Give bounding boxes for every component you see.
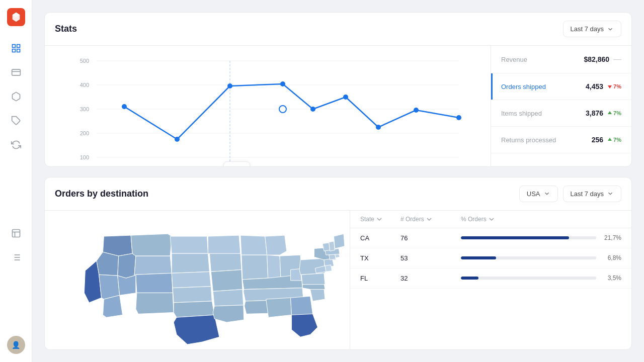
usa-map xyxy=(45,211,350,350)
stats-period-dropdown[interactable]: Last 7 days xyxy=(563,21,622,37)
metric-items-shipped[interactable]: Items shipped 3,876 7% xyxy=(491,100,631,127)
orders-card: Orders by destination USA Last 7 days xyxy=(44,177,632,350)
svg-point-42 xyxy=(343,95,348,100)
svg-marker-95 xyxy=(323,243,330,251)
metric-revenue-value: $82,860 xyxy=(584,55,609,63)
orders-header: Orders by destination USA Last 7 days xyxy=(45,177,631,210)
main-content: Stats Last 7 days 500 xyxy=(32,0,644,362)
svg-marker-67 xyxy=(208,235,240,255)
col-state-header: State xyxy=(360,216,400,223)
table-row: TX 53 6,8% xyxy=(350,248,631,268)
metric-returns-value: 256 xyxy=(592,136,603,144)
svg-point-41 xyxy=(310,107,315,112)
svg-marker-69 xyxy=(211,269,243,291)
svg-rect-3 xyxy=(17,49,20,52)
pct-label-fl: 3,5% xyxy=(601,275,621,282)
svg-marker-55 xyxy=(118,253,136,278)
svg-rect-7 xyxy=(12,230,20,237)
state-label: State xyxy=(360,216,374,223)
avatar[interactable]: 👤 xyxy=(7,336,25,354)
col-orders-header: # Orders xyxy=(400,216,461,223)
svg-marker-66 xyxy=(174,315,219,344)
svg-marker-58 xyxy=(136,273,173,293)
svg-marker-72 xyxy=(240,235,267,255)
pct-label-ca: 21,7% xyxy=(601,234,621,241)
svg-point-46 xyxy=(279,106,286,113)
sidebar-item-layout[interactable] xyxy=(6,223,26,243)
svg-rect-2 xyxy=(12,49,15,52)
arrow-down-icon xyxy=(607,84,612,89)
svg-rect-0 xyxy=(12,45,15,48)
svg-marker-54 xyxy=(103,295,122,317)
svg-text:500: 500 xyxy=(80,58,89,64)
svg-marker-80 xyxy=(266,298,292,317)
svg-point-37 xyxy=(122,104,127,109)
line-chart: 500 400 300 200 100 0 02/22 02/22 02/22 … xyxy=(57,56,478,167)
arrow-up-icon xyxy=(607,111,612,116)
state-fl: FL xyxy=(360,275,400,282)
sort-orders-icon[interactable] xyxy=(426,216,432,222)
sort-state-icon[interactable] xyxy=(376,216,382,222)
metric-orders-shipped[interactable]: Orders shipped 4,453 7% xyxy=(491,73,631,100)
metric-returns-label: Returns processed xyxy=(501,136,588,144)
map-area: California - 1199 Entries xyxy=(45,211,350,350)
svg-marker-61 xyxy=(170,236,208,253)
metric-returns[interactable]: Returns processed 256 7% xyxy=(491,127,631,153)
svg-point-40 xyxy=(280,81,285,86)
svg-marker-97 xyxy=(334,234,345,248)
sidebar-item-packages[interactable] xyxy=(6,86,26,107)
sidebar-item-dashboard[interactable] xyxy=(6,38,26,58)
svg-rect-1 xyxy=(17,45,20,48)
orders-fl: 32 xyxy=(400,275,461,282)
svg-marker-62 xyxy=(172,253,209,273)
stats-header: Stats Last 7 days xyxy=(45,13,631,45)
orders-badge-pct: 7% xyxy=(613,83,621,89)
state-ca: CA xyxy=(360,234,400,242)
orders-badge: 7% xyxy=(607,83,621,89)
svg-marker-56 xyxy=(131,234,172,256)
metric-orders-value: 4,453 xyxy=(586,82,603,90)
sidebar-item-grid[interactable] xyxy=(6,247,26,267)
revenue-dash-icon: — xyxy=(613,55,621,64)
metric-orders-label: Orders shipped xyxy=(501,83,582,90)
pct-label-tx: 6,8% xyxy=(601,254,621,261)
bar-bg-fl xyxy=(461,277,596,280)
stats-period-label: Last 7 days xyxy=(571,25,604,33)
svg-point-44 xyxy=(414,108,419,113)
svg-marker-60 xyxy=(118,275,137,295)
chevron-down-icon xyxy=(607,26,614,33)
table-row: FL 32 3,5% xyxy=(350,268,631,289)
bar-fill-tx xyxy=(461,256,496,259)
country-dropdown[interactable]: USA xyxy=(519,186,558,202)
stats-card: Stats Last 7 days 500 xyxy=(44,12,632,167)
svg-point-38 xyxy=(175,137,180,142)
pct-fl: 3,5% xyxy=(461,275,621,282)
logo xyxy=(7,8,25,26)
returns-badge: 7% xyxy=(607,137,621,143)
orders-period-dropdown[interactable]: Last 7 days xyxy=(563,186,622,202)
svg-marker-50 xyxy=(103,235,132,256)
metrics-panel: Revenue $82,860 — Orders shipped 4,453 7… xyxy=(491,46,631,167)
col-pct-header: % Orders xyxy=(461,216,621,223)
svg-point-43 xyxy=(376,125,381,130)
sidebar-item-tags[interactable] xyxy=(6,111,26,131)
arrow-up-icon-2 xyxy=(607,137,612,142)
sidebar-item-billing[interactable] xyxy=(6,62,26,82)
sidebar-item-sync[interactable] xyxy=(6,135,26,155)
metric-revenue[interactable]: Revenue $82,860 — xyxy=(491,46,631,73)
svg-point-39 xyxy=(227,83,232,88)
metric-items-label: Items shipped xyxy=(501,110,582,117)
bar-bg-tx xyxy=(461,256,596,259)
svg-marker-70 xyxy=(213,289,244,306)
svg-marker-57 xyxy=(134,256,172,276)
orders-filters: USA Last 7 days xyxy=(519,186,621,202)
orders-period-label: Last 7 days xyxy=(571,190,604,198)
orders-title: Orders by destination xyxy=(55,189,148,199)
svg-marker-51 xyxy=(97,252,119,276)
sort-pct-icon[interactable] xyxy=(489,216,495,222)
chart-area: 500 400 300 200 100 0 02/22 02/22 02/22 … xyxy=(45,46,491,167)
metric-items-value: 3,876 xyxy=(586,109,603,117)
svg-marker-48 xyxy=(608,111,612,114)
orders-label: # Orders xyxy=(400,216,424,223)
orders-content: California - 1199 Entries State # Orders xyxy=(45,210,631,350)
